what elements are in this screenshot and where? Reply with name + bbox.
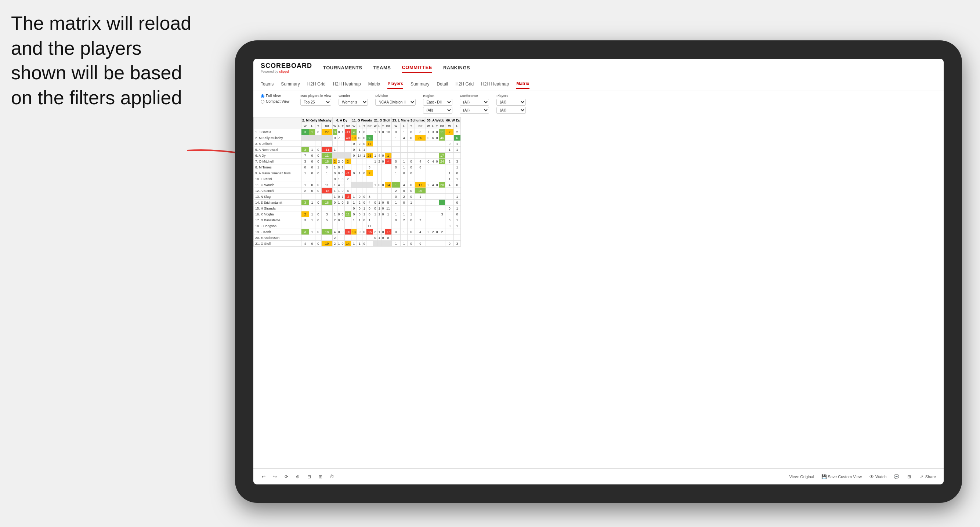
cell [401,147,407,153]
subnav-detail[interactable]: Detail [437,79,448,89]
cell: 1 [385,211,391,217]
players-select[interactable]: (All) [496,99,526,106]
timer-button[interactable]: ⏱ [327,473,337,480]
refresh-button[interactable]: ⟳ [282,473,291,480]
cell [373,147,377,153]
compact-view-option[interactable]: Compact View [261,100,290,103]
cell [385,194,391,200]
cell: 5 [385,200,391,206]
col-w3: W [351,123,356,129]
subnav-h2h-grid2[interactable]: H2H Grid [455,79,474,89]
cell [439,147,445,153]
cell: 0 [309,153,315,159]
view-original-button[interactable]: View: Original [787,473,816,480]
redo-button[interactable]: ↪ [270,473,280,480]
cell: 1 [356,147,362,153]
region-select[interactable]: East - DII [423,99,452,106]
subnav-players[interactable]: Players [387,79,403,89]
nav-rankings[interactable]: RANKINGS [443,63,470,72]
subnav-summary[interactable]: Summary [281,79,300,89]
cell [315,194,321,200]
player-name: 13. N Klug [254,194,301,200]
cell [301,206,309,211]
conference-sub-select[interactable]: (All) [460,107,489,114]
cell: -4 [385,159,391,164]
cell: 1 [377,211,381,217]
matrix-area[interactable]: 2. M Kelly Mulcahy 6. A Dy 11. G Woods 2… [253,117,943,473]
col-dif5: Dif [415,123,426,129]
grid-button[interactable]: ⊞ [904,473,914,480]
gender-select[interactable]: Women's [339,99,368,106]
nav-committee[interactable]: COMMITTEE [402,63,432,73]
cell [385,241,391,247]
subnav-matrix[interactable]: Matrix [368,79,380,89]
nav-tournaments[interactable]: TOURNAMENTS [323,63,362,72]
subnav-h2h-heatmap[interactable]: H2H Heatmap [333,79,361,89]
subnav-teams[interactable]: Teams [261,79,274,89]
cell: 1 [309,217,315,223]
cell [435,147,439,153]
zoom-in-button[interactable]: ⊕ [293,473,302,480]
watch-icon: 👁 [869,474,874,479]
col-w6: W [426,123,431,129]
cell: 0 [454,170,460,176]
table-row: 13. N Klug 1 0 1 -2 1 0 0 3 [254,194,461,200]
cell [435,164,439,170]
comment-button[interactable]: 💬 [892,473,901,480]
cell [301,176,309,182]
cell: 2 [431,229,435,235]
cell [315,141,321,147]
cell [373,164,377,170]
cell [385,170,391,176]
cell [363,164,366,170]
max-players-select[interactable]: Top 25 [300,99,331,106]
fullscreen-button[interactable]: ⊞ [316,473,325,480]
cell [301,223,309,229]
cell: 0 [435,182,439,188]
cell [439,200,445,206]
subnav-h2h-grid[interactable]: H2H Grid [307,79,326,89]
cell: 0 [351,147,356,153]
full-view-radio[interactable] [261,94,264,98]
cell: 6 [415,129,426,135]
cell [341,141,344,147]
zoom-out-button[interactable]: ⊟ [304,473,314,480]
cell: 1 [341,194,344,200]
cell: 0 [366,206,373,211]
cell [301,141,309,147]
subnav-matrix2[interactable]: Matrix [516,79,529,89]
share-button[interactable]: ↗ Share [917,473,938,480]
region-sub-select[interactable]: (All) [423,107,452,114]
subnav-summary2[interactable]: Summary [410,79,429,89]
watch-button[interactable]: 👁 Watch [867,473,889,480]
cell [366,159,373,164]
nav-items: TOURNAMENTS TEAMS COMMITTEE RANKINGS [323,63,470,73]
cell: 0 [435,229,439,235]
cell [351,182,356,188]
cell [445,194,454,200]
players-sub-select[interactable]: (All) [496,107,526,114]
division-select[interactable]: NCAA Division II [375,99,416,106]
conference-select[interactable]: (All) [460,99,489,106]
col-t6: T [435,123,439,129]
col-dif4: Dif [385,123,391,129]
cell [439,170,445,176]
cell [301,235,309,241]
cell [454,153,460,159]
cell: 1 [401,164,407,170]
save-custom-button[interactable]: 💾 Save Custom View [819,473,864,480]
cell [385,164,391,170]
cell [332,153,337,159]
subnav-h2h-heatmap2[interactable]: H2H Heatmap [481,79,509,89]
compact-view-radio[interactable] [261,100,264,103]
full-view-option[interactable]: Full View [261,94,290,98]
cell: 4 [344,188,351,194]
nav-teams[interactable]: TEAMS [373,63,391,72]
cell: 1 [401,129,407,135]
cell: 1 [363,211,366,217]
cell: 0 [391,129,400,135]
player-name: 10. L Perini [254,176,301,182]
cell [356,235,362,241]
undo-button[interactable]: ↩ [259,473,269,480]
cell: 6 [454,135,460,141]
